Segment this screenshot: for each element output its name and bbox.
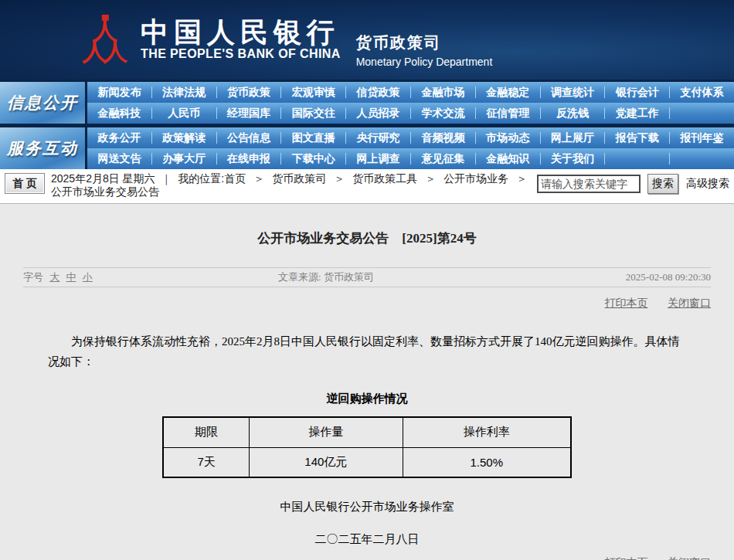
nav-link-经理国库[interactable]: 经理国库 (217, 103, 281, 124)
article-toolbar-top: 打印本页 关闭窗口 (23, 297, 711, 311)
print-page-link[interactable]: 打印本页 (605, 557, 648, 560)
print-page-link[interactable]: 打印本页 (605, 297, 648, 309)
table-header-cell: 操作利率 (403, 417, 571, 447)
nav-link-关于我们[interactable]: 关于我们 (541, 148, 605, 169)
nav-link-报告下载[interactable]: 报告下载 (605, 127, 669, 148)
table-header-cell: 操作量 (250, 417, 403, 447)
nav-link-法律法规[interactable]: 法律法规 (152, 82, 216, 103)
nav-tab-label: 信息公开 (7, 92, 78, 114)
nav-link-网上调查[interactable]: 网上调查 (346, 148, 410, 169)
nav-rows: 新闻发布法律法规货币政策宏观审慎信贷政策金融市场金融稳定调查统计银行会计支付体系… (87, 82, 734, 124)
font-size-label: 字号 (23, 271, 43, 283)
breadcrumb-item-首页[interactable]: 首页 (224, 172, 246, 185)
nav-link-网送文告[interactable]: 网送文告 (87, 148, 151, 169)
home-button[interactable]: 首 页 (5, 173, 45, 194)
nav-link-empty (670, 148, 734, 169)
close-window-link[interactable]: 关闭窗口 (668, 557, 711, 560)
nav-link-反洗钱[interactable]: 反洗钱 (541, 103, 605, 124)
nav-link-人民币[interactable]: 人民币 (152, 103, 216, 124)
nav-row: 网送文告办事大厅在线申报下载中心网上调查意见征集金融知识关于我们 (87, 148, 734, 169)
nav-link-信贷政策[interactable]: 信贷政策 (346, 82, 410, 103)
table-header-cell: 期限 (163, 417, 250, 447)
table-cell: 7天 (163, 447, 250, 477)
table-cell: 140亿元 (250, 447, 403, 477)
breadcrumb-date: 2025年2月8日 星期六 (51, 172, 155, 185)
nav-link-新闻发布[interactable]: 新闻发布 (87, 82, 151, 103)
nav-link-支付体系[interactable]: 支付体系 (670, 82, 734, 103)
nav-link-调查统计[interactable]: 调查统计 (541, 82, 605, 103)
department-name-en: Monetary Policy Department (356, 56, 493, 68)
nav-link-金融稳定[interactable]: 金融稳定 (476, 82, 540, 103)
nav-link-在线申报[interactable]: 在线申报 (217, 148, 281, 169)
nav-link-政策解读[interactable]: 政策解读 (152, 127, 216, 148)
font-size-small-link[interactable]: 小 (83, 271, 93, 283)
article-paragraph: 为保持银行体系流动性充裕，2025年2月8日中国人民银行以固定利率、数量招标方式… (48, 332, 686, 372)
nav-link-金融市场[interactable]: 金融市场 (411, 82, 475, 103)
svg-text:人: 人 (102, 36, 128, 64)
nav-tab-services[interactable]: 服务互动 (0, 127, 87, 169)
nav-link-政务公开[interactable]: 政务公开 (87, 127, 151, 148)
nav-link-网上展厅[interactable]: 网上展厅 (541, 127, 605, 148)
nav-link-宏观审慎[interactable]: 宏观审慎 (281, 82, 345, 103)
article-toolbar-bottom: 打印本页 关闭窗口 (23, 556, 711, 560)
article-content: 公开市场业务交易公告 [2025]第24号 字号 大 中 小 文章来源: 货币政… (0, 203, 734, 560)
department-name-cn: 货币政策司 (356, 32, 493, 53)
article-meta-row: 字号 大 中 小 文章来源: 货币政策司 2025-02-08 09:20:30 (23, 267, 711, 287)
nav-link-公告信息[interactable]: 公告信息 (217, 127, 281, 148)
nav-link-人员招录[interactable]: 人员招录 (346, 103, 410, 124)
nav-link-学术交流[interactable]: 学术交流 (411, 103, 475, 124)
breadcrumb-item-货币政策司[interactable]: 货币政策司 (272, 172, 326, 185)
pboc-webpage: 人 人 人 中国人民银行 THE PEOPLE'S BANK OF CHINA … (0, 0, 734, 560)
bank-name-en: THE PEOPLE'S BANK OF CHINA (141, 47, 341, 61)
font-size-large-link[interactable]: 大 (49, 271, 59, 283)
breadcrumb-item-公开市场业务交易公告[interactable]: 公开市场业务交易公告 (51, 185, 159, 198)
article-sign-date: 二〇二五年二月八日 (0, 532, 734, 547)
table-row: 7天140亿元1.50% (163, 447, 571, 477)
nav-link-国际交往[interactable]: 国际交往 (281, 103, 345, 124)
nav-row: 政务公开政策解读公告信息图文直播央行研究音频视频市场动态网上展厅报告下载报刊年鉴 (87, 127, 734, 148)
nav-link-银行会计[interactable]: 银行会计 (605, 82, 669, 103)
breadcrumb-item-公开市场业务[interactable]: 公开市场业务 (443, 172, 508, 185)
breadcrumb-separator: ＞ (334, 172, 345, 185)
nav-link-下载中心[interactable]: 下载中心 (281, 148, 345, 169)
nav-link-音频视频[interactable]: 音频视频 (411, 127, 475, 148)
source-label: 文章来源: (278, 271, 321, 283)
breadcrumb-item-货币政策工具[interactable]: 货币政策工具 (352, 172, 417, 185)
source-value: 货币政策司 (324, 271, 374, 283)
nav-link-图文直播[interactable]: 图文直播 (281, 127, 345, 148)
font-size-controls: 字号 大 中 小 (23, 270, 278, 284)
close-window-link[interactable]: 关闭窗口 (668, 297, 711, 309)
nav-tab-label: 服务互动 (7, 137, 78, 159)
nav-link-党建工作[interactable]: 党建工作 (605, 103, 669, 124)
search-input[interactable] (537, 175, 641, 193)
advanced-search-link[interactable]: 高级搜索 (686, 177, 729, 191)
nav-link-货币政策[interactable]: 货币政策 (217, 82, 281, 103)
nav-link-征信管理[interactable]: 征信管理 (476, 103, 540, 124)
reverse-repo-table: 期限操作量操作利率7天140亿元1.50% (162, 416, 572, 478)
nav-link-empty (605, 148, 669, 169)
nav-section-services: 服务互动 政务公开政策解读公告信息图文直播央行研究音频视频市场动态网上展厅报告下… (0, 124, 734, 169)
nav-link-办事大厅[interactable]: 办事大厅 (152, 148, 216, 169)
nav-link-报刊年鉴[interactable]: 报刊年鉴 (670, 127, 734, 148)
font-size-medium-link[interactable]: 中 (66, 271, 76, 283)
search-button[interactable]: 搜索 (647, 174, 678, 194)
article-title: 公开市场业务交易公告 [2025]第24号 (0, 229, 734, 247)
nav-link-市场动态[interactable]: 市场动态 (476, 127, 540, 148)
bank-brand: 中国人民银行 THE PEOPLE'S BANK OF CHINA (141, 19, 341, 62)
operation-table-title: 逆回购操作情况 (0, 392, 734, 406)
nav-row: 新闻发布法律法规货币政策宏观审慎信贷政策金融市场金融稳定调查统计银行会计支付体系 (87, 82, 734, 103)
nav-tab-info-disclosure[interactable]: 信息公开 (0, 82, 87, 124)
pboc-logo-icon: 人 人 人 (82, 12, 128, 68)
search-group: 搜索 高级搜索 (537, 174, 729, 194)
nav-link-金融科技[interactable]: 金融科技 (87, 103, 151, 124)
breadcrumb-separator: ＞ (516, 172, 527, 185)
nav-link-央行研究[interactable]: 央行研究 (346, 127, 410, 148)
nav-rows: 政务公开政策解读公告信息图文直播央行研究音频视频市场动态网上展厅报告下载报刊年鉴… (87, 127, 734, 169)
nav-link-金融知识[interactable]: 金融知识 (476, 148, 540, 169)
breadcrumb-separator: ＞ (253, 172, 264, 185)
nav-link-意见征集[interactable]: 意见征集 (411, 148, 475, 169)
breadcrumb: 2025年2月8日 星期六｜我的位置:首页＞货币政策司＞货币政策工具＞公开市场业… (51, 172, 536, 199)
nav-link-empty (670, 103, 734, 124)
breadcrumb-location-label: 我的位置: (178, 172, 224, 185)
site-header: 人 人 人 中国人民银行 THE PEOPLE'S BANK OF CHINA … (0, 0, 734, 80)
